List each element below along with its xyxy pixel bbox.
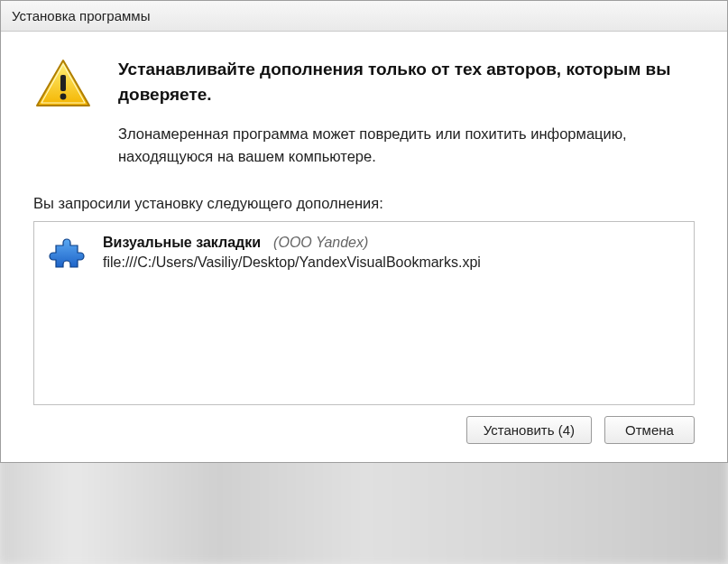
addon-name: Визуальные закладки: [103, 235, 261, 251]
addon-title-row: Визуальные закладки (OOO Yandex): [103, 235, 681, 251]
warning-section: Устанавливайте дополнения только от тех …: [33, 57, 695, 168]
warning-description: Злонамеренная программа может повредить …: [118, 123, 695, 168]
install-dialog: Установка программы: [0, 0, 728, 463]
addon-list: Визуальные закладки (OOO Yandex) file://…: [33, 221, 695, 405]
addon-item[interactable]: Визуальные закладки (OOO Yandex) file://…: [47, 235, 681, 273]
request-label: Вы запросили установку следующего дополн…: [33, 195, 695, 212]
titlebar[interactable]: Установка программы: [1, 1, 727, 32]
dialog-content: Устанавливайте дополнения только от тех …: [1, 32, 727, 462]
warning-icon: [33, 57, 93, 168]
puzzle-icon: [47, 235, 85, 273]
button-row: Установить (4) Отмена: [33, 405, 695, 444]
install-button[interactable]: Установить (4): [466, 416, 592, 444]
addon-path: file:///C:/Users/Vasiliy/Desktop/YandexV…: [103, 254, 681, 271]
svg-point-1: [60, 94, 67, 100]
addon-publisher: (OOO Yandex): [273, 235, 368, 251]
cancel-button[interactable]: Отмена: [604, 416, 695, 444]
warning-text: Устанавливайте дополнения только от тех …: [118, 57, 695, 168]
svg-rect-0: [60, 75, 66, 91]
window-title: Установка программы: [12, 8, 150, 23]
addon-info: Визуальные закладки (OOO Yandex) file://…: [103, 235, 681, 271]
warning-heading: Устанавливайте дополнения только от тех …: [118, 57, 695, 106]
